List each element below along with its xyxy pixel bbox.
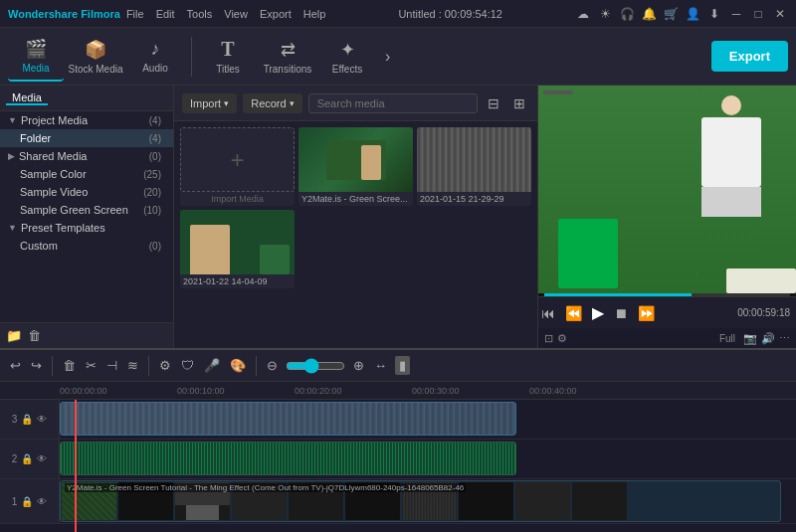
tab-titles[interactable]: T Titles [200, 32, 256, 82]
tree-item-shared-media[interactable]: ▶ Shared Media (0) [0, 147, 173, 165]
mic-icon[interactable]: 🎤 [202, 356, 222, 375]
fit-timeline-icon[interactable]: ↔ [372, 356, 389, 375]
audio-icon: ♪ [151, 39, 160, 60]
preview-controls: ⏮ ⏪ ▶ ⏹ ⏩ 00:00:59:18 [538, 296, 796, 328]
preview-settings-icon[interactable]: ⚙ [557, 332, 567, 345]
shop-icon[interactable]: 🛒 [663, 6, 679, 22]
headset-icon[interactable]: 🎧 [619, 6, 635, 22]
menu-edit[interactable]: Edit [156, 8, 175, 20]
zoom-in-icon[interactable]: ⊕ [351, 356, 366, 375]
track-content-3[interactable] [60, 400, 796, 439]
new-folder-icon[interactable]: 📁 [6, 328, 22, 343]
export-button[interactable]: Export [711, 41, 788, 72]
ruler-mark-40: 00:00:40:00 [529, 386, 577, 396]
media-item-noise[interactable]: 2021-01-15 21-29-29 [417, 127, 531, 206]
track-eye-3[interactable]: 👁 [37, 414, 47, 425]
media-item-y2mate[interactable]: Y2Mate.is - Green Scree... [298, 127, 413, 206]
zoom-out-icon[interactable]: ⊖ [265, 356, 280, 375]
undo-icon[interactable]: ↩ [8, 356, 23, 375]
sun-icon[interactable]: ☀ [597, 6, 613, 22]
tree-item-project-media[interactable]: ▼ Project Media (4) [0, 111, 173, 129]
menu-file[interactable]: File [126, 8, 144, 20]
preview-speaker-icon[interactable]: 🔊 [761, 332, 775, 345]
stock-media-icon: 📦 [85, 39, 106, 61]
import-plus-icon[interactable]: + [180, 127, 295, 192]
delete-clip-icon[interactable]: 🗑 [61, 356, 78, 375]
timeline-more-icon[interactable]: ▮ [395, 356, 410, 375]
redo-icon[interactable]: ↪ [29, 356, 44, 375]
tree-item-custom[interactable]: Custom (0) [0, 237, 173, 255]
menu-export[interactable]: Export [260, 8, 292, 20]
track-content-1[interactable]: Y2Mate.is - Green Screen Tutorial - The … [60, 479, 796, 523]
track-eye-1[interactable]: 👁 [37, 496, 47, 507]
track-content-2[interactable] [60, 440, 796, 478]
panel-tab-media[interactable]: Media [6, 91, 48, 105]
record-button[interactable]: Record ▾ [243, 93, 301, 113]
split-icon[interactable]: ⊣ [104, 356, 119, 375]
minimize-button[interactable]: ─ [728, 6, 744, 22]
color-icon[interactable]: 🎨 [228, 356, 248, 375]
tab-transitions[interactable]: ⇄ Transitions [260, 32, 315, 82]
track-lock-3[interactable]: 🔒 [21, 414, 33, 425]
play-button[interactable]: ▶ [589, 301, 607, 324]
skip-forward-icon[interactable]: ⏩ [635, 303, 658, 323]
track-eye-2[interactable]: 👁 [37, 453, 47, 464]
person-icon[interactable]: 👤 [685, 6, 700, 22]
media-icon: 🎬 [25, 38, 47, 60]
window-controls: ☁ ☀ 🎧 🔔 🛒 👤 ⬇ ─ □ ✕ [575, 6, 788, 22]
tree-count-shared: (0) [149, 151, 161, 162]
track-clip-1-video[interactable]: Y2Mate.is - Green Screen Tutorial - The … [60, 480, 781, 522]
menu-help[interactable]: Help [303, 8, 326, 20]
notification-icon[interactable]: 🔔 [641, 6, 657, 22]
preview-full-label: Full [719, 333, 735, 344]
preview-more-icon[interactable]: ⋯ [779, 332, 790, 345]
menu-view[interactable]: View [224, 8, 248, 20]
track-clip-3[interactable] [60, 402, 516, 436]
grid-view-icon[interactable]: ⊞ [509, 93, 529, 113]
preview-camera-icon[interactable]: 📷 [743, 332, 757, 345]
search-input[interactable] [308, 93, 478, 113]
tree-item-sample-video[interactable]: Sample Video (20) [0, 183, 173, 201]
stop-button[interactable]: ⏹ [611, 303, 631, 323]
close-button[interactable]: ✕ [772, 6, 788, 22]
step-back-icon[interactable]: ⏪ [562, 303, 585, 323]
media-thumb-y2mate [298, 127, 413, 192]
media-label-noise: 2021-01-15 21-29-29 [417, 192, 531, 206]
preview-time: 00:00:59:18 [737, 307, 790, 318]
zoom-slider[interactable] [286, 358, 345, 374]
download-icon[interactable]: ⬇ [706, 6, 722, 22]
skip-back-icon[interactable]: ⏮ [538, 303, 558, 323]
tree-item-sample-green[interactable]: Sample Green Screen (10) [0, 201, 173, 219]
shield-icon[interactable]: 🛡 [179, 356, 196, 375]
more-tabs-button[interactable]: › [379, 48, 396, 66]
cut-icon[interactable]: ✂ [84, 356, 99, 375]
preview-crop-icon[interactable]: ⊡ [544, 332, 553, 345]
tree-label-preset: Preset Templates [21, 222, 105, 234]
tree-item-folder[interactable]: Folder (4) [0, 129, 173, 147]
tree-count-sample-video: (20) [143, 187, 161, 198]
tree-item-sample-color[interactable]: Sample Color (25) [0, 165, 173, 183]
import-button[interactable]: Import ▾ [182, 93, 237, 113]
audio-detach-icon[interactable]: ≋ [125, 356, 140, 375]
track-lock-2[interactable]: 🔒 [21, 453, 33, 464]
media-item-green[interactable]: 2021-01-22 14-04-09 [180, 210, 295, 288]
settings-icon[interactable]: ⚙ [157, 356, 173, 375]
media-item-import[interactable]: + Import Media [180, 127, 295, 206]
tab-effects[interactable]: ✦ Effects [319, 32, 375, 82]
maximize-button[interactable]: □ [750, 6, 766, 22]
delete-folder-icon[interactable]: 🗑 [28, 328, 41, 343]
title-bar: Wondershare Filmora File Edit Tools View… [0, 0, 796, 28]
track-clip-2-audio[interactable] [60, 442, 516, 475]
tab-audio[interactable]: ♪ Audio [127, 32, 183, 82]
track-lock-1[interactable]: 🔒 [21, 496, 33, 507]
tree-count-project-media: (4) [149, 115, 161, 126]
tree-label-sample-color: Sample Color [20, 168, 87, 180]
cloud-icon[interactable]: ☁ [575, 6, 591, 22]
track-header-1: 1 🔒 👁 [0, 479, 60, 523]
tree-item-preset-templates[interactable]: ▼ Preset Templates [0, 219, 173, 237]
filter-icon[interactable]: ⊟ [484, 93, 503, 113]
tab-stock-media[interactable]: 📦 Stock Media [68, 32, 123, 82]
tab-media[interactable]: 🎬 Media [8, 32, 64, 82]
menu-tools[interactable]: Tools [187, 8, 213, 20]
tree-arrow-project: ▼ [8, 115, 17, 125]
